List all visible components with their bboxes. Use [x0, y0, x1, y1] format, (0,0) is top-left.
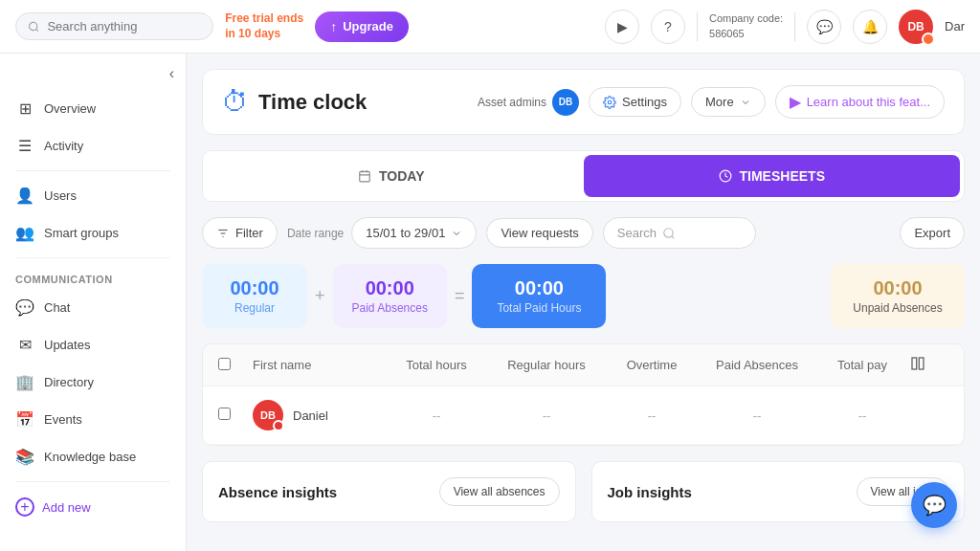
- row-avatar: DB: [253, 400, 283, 430]
- upgrade-button[interactable]: Upgrade: [315, 11, 409, 42]
- row-checkbox[interactable]: [218, 408, 231, 420]
- controls-row: Filter Date range 15/01 to 29/01 View re…: [202, 217, 965, 249]
- tab-bar: TODAY TIMESHEETS: [202, 150, 965, 202]
- svg-rect-13: [912, 358, 917, 369]
- svg-point-11: [664, 228, 673, 236]
- admin-avatar: DB: [552, 89, 579, 116]
- absence-insights-card: Absence insights View all absences: [202, 461, 576, 522]
- sidebar-item-users[interactable]: 👤 Users: [0, 177, 186, 214]
- header-paid-absences: Paid Absences: [700, 358, 814, 372]
- export-button[interactable]: Export: [900, 217, 965, 249]
- top-bar: Free trial ends in 10 days Upgrade ▶ ? C…: [0, 0, 980, 54]
- date-select[interactable]: 15/01 to 29/01: [351, 217, 477, 249]
- header-total-hours: Total hours: [384, 358, 489, 372]
- play-icon: ▶: [790, 93, 801, 111]
- add-icon: +: [15, 497, 34, 517]
- updates-icon: ✉: [15, 336, 34, 354]
- plus-operator: +: [311, 286, 329, 306]
- directory-icon: 🏢: [15, 373, 34, 391]
- settings-button[interactable]: Settings: [589, 87, 681, 117]
- overview-icon: ⊞: [15, 99, 34, 118]
- stat-regular: 00:00 Regular: [202, 264, 307, 328]
- activity-icon: ☰: [15, 137, 34, 155]
- learn-button[interactable]: ▶ Learn about this feat...: [775, 85, 945, 119]
- tab-timesheets[interactable]: TIMESHEETS: [584, 155, 961, 197]
- header-settings: [910, 356, 948, 374]
- stat-total-paid: 00:00 Total Paid Hours: [472, 264, 606, 328]
- company-info: Company code: 586065: [709, 11, 783, 41]
- sidebar-item-knowledge-base[interactable]: 📚 Knowledge base: [0, 438, 186, 475]
- search-icon: [662, 227, 676, 240]
- search-control[interactable]: Search: [603, 217, 756, 249]
- stat-paid-absences: 00:00 Paid Absences: [333, 264, 447, 328]
- divider: [697, 12, 698, 41]
- select-all-checkbox[interactable]: [218, 358, 231, 370]
- sidebar-item-smart-groups[interactable]: 👥 Smart groups: [0, 214, 186, 252]
- view-requests-button[interactable]: View requests: [486, 218, 592, 248]
- more-button[interactable]: More: [691, 87, 766, 117]
- table-row: DB Daniel -- -- -- -- --: [203, 386, 964, 445]
- notifications-button[interactable]: 🔔: [853, 10, 887, 44]
- row-avatar-badge: [273, 420, 284, 431]
- header-first-name: First name: [253, 358, 384, 372]
- header-actions: Asset admins DB Settings More ▶ Learn ab…: [478, 85, 945, 119]
- avatar-badge: [922, 33, 935, 46]
- asset-admins: Asset admins DB: [478, 89, 579, 116]
- row-check: [218, 408, 253, 423]
- knowledge-base-icon: 📚: [15, 448, 34, 466]
- page-title-area: ⏱ Time clock: [222, 86, 367, 118]
- filter-button[interactable]: Filter: [202, 217, 278, 249]
- sidebar-item-chat[interactable]: 💬 Chat: [0, 289, 186, 326]
- row-overtime: --: [604, 408, 700, 423]
- users-icon: 👤: [15, 187, 34, 205]
- avatar[interactable]: DB: [899, 10, 933, 44]
- row-total-pay: --: [814, 408, 910, 423]
- stat-unpaid: 00:00 Unpaid Absences: [831, 264, 965, 328]
- collapse-button[interactable]: ‹: [169, 65, 174, 82]
- columns-icon: [910, 356, 925, 371]
- sidebar: ‹ ⊞ Overview ☰ Activity 👤 Users 👥 Smart …: [0, 54, 187, 551]
- help-button[interactable]: ?: [651, 10, 685, 44]
- chat-button[interactable]: 💬: [807, 10, 841, 44]
- smart-groups-icon: 👥: [15, 224, 34, 242]
- sidebar-collapse: ‹: [0, 61, 186, 90]
- svg-point-2: [608, 100, 612, 104]
- search-box[interactable]: [15, 12, 213, 40]
- view-absences-button[interactable]: View all absences: [439, 477, 560, 506]
- page-title: Time clock: [258, 90, 367, 115]
- data-table: First name Total hours Regular hours Ove…: [202, 343, 965, 446]
- header-check: [218, 358, 253, 373]
- row-regular-hours: --: [489, 408, 604, 423]
- row-name-cell: DB Daniel: [253, 400, 384, 430]
- sidebar-item-activity[interactable]: ☰ Activity: [0, 127, 186, 165]
- header-total-pay: Total pay: [814, 358, 910, 372]
- calendar-icon: [358, 169, 371, 183]
- chat-icon: 💬: [15, 298, 34, 317]
- trial-info: Free trial ends in 10 days: [225, 11, 303, 41]
- tab-today[interactable]: TODAY: [203, 151, 580, 201]
- search-icon: [28, 20, 39, 33]
- svg-line-12: [672, 235, 675, 238]
- sidebar-item-overview[interactable]: ⊞ Overview: [0, 90, 186, 127]
- search-input[interactable]: [47, 19, 201, 33]
- sidebar-item-events[interactable]: 📅 Events: [0, 401, 186, 438]
- sidebar-item-updates[interactable]: ✉ Updates: [0, 326, 186, 364]
- svg-rect-14: [919, 358, 924, 369]
- timesheets-icon: [719, 169, 732, 183]
- settings-icon: [603, 96, 616, 109]
- sidebar-item-directory[interactable]: 🏢 Directory: [0, 364, 186, 401]
- page-header: ⏱ Time clock Asset admins DB Settings Mo…: [202, 69, 965, 135]
- divider: [794, 12, 795, 41]
- play-button[interactable]: ▶: [605, 10, 639, 44]
- user-name: Dar: [945, 19, 965, 33]
- date-range-group: Date range 15/01 to 29/01: [287, 217, 478, 249]
- svg-rect-3: [360, 171, 370, 182]
- add-new-button[interactable]: + Add new: [0, 488, 186, 526]
- chat-fab[interactable]: 💬: [911, 482, 957, 528]
- equals-operator: =: [451, 286, 469, 306]
- filter-icon: [216, 227, 230, 240]
- chevron-down-icon: [740, 97, 751, 108]
- main-content: ⏱ Time clock Asset admins DB Settings Mo…: [187, 54, 980, 551]
- divider: [15, 481, 170, 482]
- stats-row: 00:00 Regular + 00:00 Paid Absences = 00…: [202, 264, 965, 328]
